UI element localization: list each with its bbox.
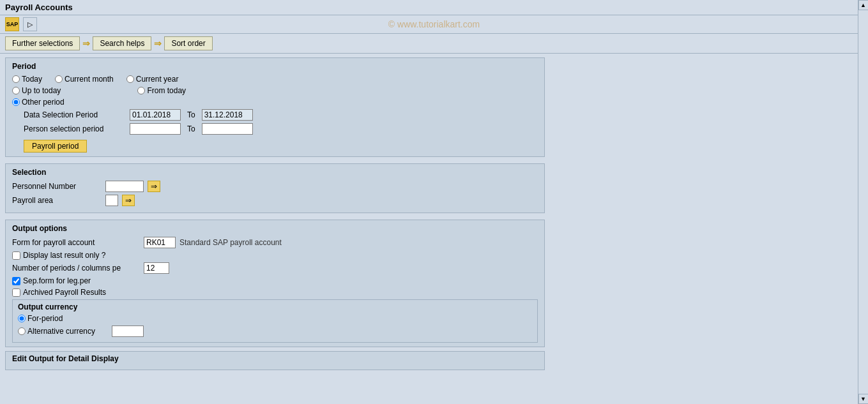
- search-helps-button[interactable]: Search helps: [93, 36, 151, 50]
- person-selection-from-input[interactable]: [130, 123, 181, 135]
- today-radio[interactable]: [12, 75, 20, 83]
- sep-form-checkbox[interactable]: [12, 277, 20, 285]
- alternative-currency-radio-item: Alternative currency: [18, 327, 95, 336]
- payroll-period-button[interactable]: Payroll period: [24, 140, 87, 153]
- person-selection-to-input[interactable]: [202, 123, 253, 135]
- current-year-label: Current year: [136, 75, 179, 84]
- period-row-1: Today Current month Current year: [12, 75, 538, 84]
- num-periods-row: Number of periods / columns pe: [12, 262, 538, 274]
- search-helps-label: Search helps: [100, 39, 144, 48]
- person-selection-label: Person selection period: [24, 124, 126, 133]
- data-selection-from-input[interactable]: [130, 109, 181, 121]
- sep-form-row: Sep.form for leg.per: [12, 276, 538, 285]
- edit-output-section: Edit Output for Detail Display: [5, 351, 545, 370]
- current-month-label: Current month: [65, 75, 114, 84]
- payroll-area-input[interactable]: [105, 195, 118, 206]
- display-last-result-label: Display last result only ?: [23, 251, 105, 260]
- period-title: Period: [12, 62, 538, 71]
- output-options-section: Output options Form for payroll account …: [5, 220, 545, 347]
- watermark: © www.tutorialkart.com: [388, 19, 480, 29]
- data-selection-to-input[interactable]: [202, 109, 253, 121]
- personnel-number-row: Personnel Number ⇒: [12, 181, 538, 192]
- nav-icon[interactable]: ▷: [23, 17, 37, 31]
- output-currency-title: Output currency: [18, 303, 532, 311]
- alternative-currency-radio[interactable]: [18, 327, 26, 335]
- up-to-today-radio[interactable]: [12, 87, 20, 94]
- display-last-result-checkbox[interactable]: [12, 251, 20, 260]
- form-input[interactable]: [144, 237, 176, 248]
- for-period-radio-row: For-period: [18, 314, 532, 323]
- archived-label: Archived Payroll Results: [23, 288, 106, 297]
- edit-output-title: Edit Output for Detail Display: [12, 354, 538, 363]
- up-to-today-label: Up to today: [22, 86, 61, 95]
- from-today-radio[interactable]: [137, 87, 145, 94]
- main-content: Period Today Current month Current year …: [0, 54, 868, 404]
- form-label: Form for payroll account: [12, 238, 140, 247]
- form-row: Form for payroll account Standard SAP pa…: [12, 237, 538, 248]
- today-radio-item: Today: [12, 75, 42, 84]
- page-title: Payroll Accounts: [5, 3, 73, 12]
- for-period-label: For-period: [27, 314, 63, 323]
- other-period-radio-item: Other period: [12, 98, 65, 107]
- today-label: Today: [22, 75, 42, 84]
- personnel-number-label: Personnel Number: [12, 182, 102, 191]
- scrollbar: ▲ ▼: [858, 0, 868, 404]
- further-selections-button[interactable]: Further selections: [5, 36, 80, 50]
- period-row-2: Up to today From today: [12, 86, 538, 95]
- from-today-radio-item: From today: [137, 86, 186, 95]
- form-description: Standard SAP payroll account: [179, 238, 282, 247]
- alternative-currency-radio-row: Alternative currency: [18, 325, 532, 337]
- data-selection-label: Data Selection Period: [24, 110, 126, 119]
- selection-section: Selection Personnel Number ⇒ Payroll are…: [5, 163, 545, 213]
- up-to-today-radio-item: Up to today: [12, 86, 61, 95]
- for-period-radio[interactable]: [18, 315, 26, 322]
- period-row-3: Other period: [12, 98, 538, 107]
- arrow-icon-2: ⇒: [154, 38, 162, 49]
- archived-checkbox[interactable]: [12, 288, 20, 297]
- current-year-radio[interactable]: [126, 75, 134, 83]
- payroll-area-match-button[interactable]: ⇒: [122, 195, 135, 206]
- period-section: Period Today Current month Current year …: [5, 57, 545, 157]
- match-arrow-icon-2: ⇒: [125, 196, 132, 205]
- current-month-radio[interactable]: [55, 75, 63, 83]
- menu-bar: SAP ▷ © www.tutorialkart.com: [0, 15, 868, 34]
- title-bar: Payroll Accounts: [0, 0, 868, 15]
- payroll-area-label: Payroll area: [12, 196, 102, 205]
- sep-form-label: Sep.form for leg.per: [23, 276, 91, 285]
- num-periods-label: Number of periods / columns pe: [12, 264, 140, 273]
- other-period-label: Other period: [22, 98, 65, 107]
- scroll-down-button[interactable]: ▼: [858, 394, 869, 404]
- output-currency-subsection: Output currency For-period Alternative c…: [12, 299, 538, 343]
- to-label-1: To: [187, 110, 195, 119]
- personnel-number-match-button[interactable]: ⇒: [148, 181, 160, 192]
- num-periods-input[interactable]: [144, 262, 169, 274]
- payroll-area-row: Payroll area ⇒: [12, 195, 538, 206]
- data-selection-row: Data Selection Period To: [24, 109, 538, 121]
- for-period-radio-item: For-period: [18, 314, 63, 323]
- arrow-icon-1: ⇒: [82, 38, 90, 49]
- scroll-up-button[interactable]: ▲: [858, 0, 869, 10]
- from-today-label: From today: [147, 86, 186, 95]
- alternative-currency-input[interactable]: [112, 325, 144, 337]
- sort-order-label: Sort order: [171, 39, 205, 48]
- output-options-title: Output options: [12, 224, 538, 233]
- to-label-2: To: [187, 124, 195, 133]
- payroll-period-label: Payroll period: [32, 142, 79, 151]
- sap-logo-icon[interactable]: SAP: [5, 17, 19, 31]
- personnel-number-input[interactable]: [105, 181, 144, 192]
- current-year-radio-item: Current year: [126, 75, 179, 84]
- further-selections-label: Further selections: [12, 39, 73, 48]
- match-arrow-icon-1: ⇒: [151, 182, 157, 191]
- alternative-currency-label: Alternative currency: [27, 327, 95, 336]
- archived-row: Archived Payroll Results: [12, 288, 538, 297]
- selection-title: Selection: [12, 168, 538, 177]
- other-period-radio[interactable]: [12, 98, 20, 106]
- person-selection-row: Person selection period To: [24, 123, 538, 135]
- sort-order-button[interactable]: Sort order: [164, 36, 212, 50]
- current-month-radio-item: Current month: [55, 75, 114, 84]
- display-last-result-row: Display last result only ?: [12, 251, 538, 260]
- toolbar: Further selections ⇒ Search helps ⇒ Sort…: [0, 34, 868, 54]
